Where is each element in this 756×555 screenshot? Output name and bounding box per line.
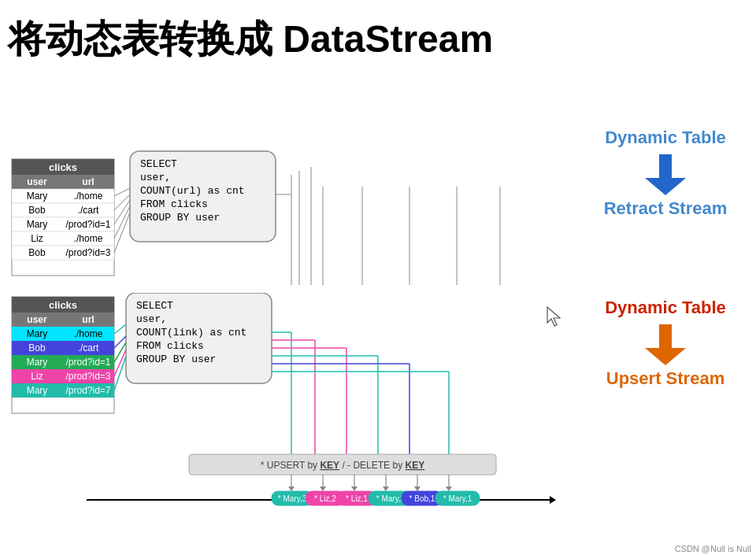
svg-marker-126: [383, 487, 389, 491]
svg-text:Mary: Mary: [27, 357, 48, 368]
svg-text:/prod?id=7: /prod?id=7: [65, 385, 110, 396]
svg-text:user: user: [27, 176, 47, 187]
svg-marker-146: [645, 178, 686, 195]
svg-text:user: user: [27, 314, 47, 325]
watermark: CSDN @Null is Null: [675, 544, 751, 553]
svg-rect-145: [659, 154, 672, 178]
svg-rect-82: [12, 341, 114, 355]
right-panel: Dynamic Table Retract Stream Dynamic Tab…: [583, 72, 748, 521]
svg-rect-147: [659, 324, 672, 348]
svg-text:Mary: Mary: [27, 191, 48, 202]
svg-line-28: [114, 200, 130, 224]
svg-text:GROUP BY user: GROUP BY user: [136, 353, 216, 365]
svg-marker-132: [550, 496, 556, 504]
svg-text:GROUP BY user: GROUP BY user: [140, 212, 220, 224]
top-table: clicks user url Mary ./home Bob ./cart M…: [12, 159, 114, 276]
svg-line-100: [114, 324, 126, 334]
svg-text:* UPSERT by KEY / - DELETE by : * UPSERT by KEY / - DELETE by KEY: [261, 460, 424, 471]
bottom-table: clicks user url Mary ./home Bob ./cart M…: [12, 297, 114, 413]
svg-text:./home: ./home: [74, 328, 103, 339]
svg-marker-128: [414, 487, 421, 491]
svg-text:Bob: Bob: [28, 247, 46, 258]
svg-text:./cart: ./cart: [78, 342, 99, 353]
svg-text:./home: ./home: [74, 233, 103, 244]
svg-marker-148: [645, 348, 686, 365]
svg-text:clicks: clicks: [49, 299, 77, 311]
top-diagram-svg: clicks user url Mary ./home Bob ./cart M…: [8, 72, 575, 285]
svg-text:* Mary,3: * Mary,3: [278, 494, 307, 503]
svg-line-27: [114, 194, 130, 210]
bottom-dynamic-table-label: Dynamic Table: [605, 298, 726, 318]
svg-text:user,: user,: [140, 172, 171, 183]
svg-text:COUNT(link) as cnt: COUNT(link) as cnt: [136, 327, 246, 339]
svg-text:FROM clicks: FROM clicks: [140, 198, 208, 210]
svg-text:./home: ./home: [74, 191, 103, 202]
svg-text:Mary: Mary: [27, 219, 48, 230]
svg-text:* Bob,1: * Bob,1: [410, 494, 435, 503]
top-dynamic-table-label: Dynamic Table: [604, 128, 728, 148]
line1: [114, 188, 130, 196]
top-sql-box: SELECT user, COUNT(url) as cnt FROM clic…: [130, 151, 276, 242]
retract-stream-label: Retract Stream: [604, 198, 728, 219]
svg-text:./cart: ./cart: [78, 205, 99, 216]
svg-text:user,: user,: [136, 313, 167, 325]
svg-text:/prod?id=1: /prod?id=1: [65, 219, 110, 230]
svg-text:url: url: [82, 176, 94, 187]
svg-text:/prod?id=3: /prod?id=3: [65, 371, 110, 382]
bottom-diagram-svg: clicks user url Mary ./home Bob ./cart M…: [8, 293, 575, 513]
svg-text:Mary: Mary: [27, 385, 48, 396]
blue-arrow-icon: [642, 154, 689, 195]
svg-text:FROM clicks: FROM clicks: [136, 340, 204, 352]
svg-marker-122: [320, 487, 326, 491]
svg-text:* Mary,2: * Mary,2: [376, 494, 406, 503]
svg-text:Liz: Liz: [31, 233, 43, 244]
svg-text:* Mary,1: * Mary,1: [443, 494, 472, 503]
svg-text:COUNT(url) as cnt: COUNT(url) as cnt: [140, 185, 245, 197]
svg-text:* Liz,2: * Liz,2: [314, 494, 336, 503]
svg-text:Liz: Liz: [31, 371, 43, 382]
top-diagram: clicks user url Mary ./home Bob ./cart M…: [8, 72, 583, 285]
svg-text:* Liz,1: * Liz,1: [346, 494, 368, 503]
bottom-sql-box: SELECT user, COUNT(link) as cnt FROM cli…: [126, 293, 272, 383]
svg-text:url: url: [82, 314, 94, 325]
svg-rect-9: [12, 203, 114, 217]
orange-arrow-icon: [642, 324, 689, 365]
svg-text:SELECT: SELECT: [140, 158, 177, 170]
bottom-diagram: clicks user url Mary ./home Bob ./cart M…: [8, 293, 583, 513]
svg-marker-130: [446, 487, 452, 491]
svg-marker-120: [288, 487, 295, 491]
svg-text:/prod?id=1: /prod?id=1: [65, 357, 110, 368]
top-table-title: clicks: [49, 161, 77, 173]
svg-marker-124: [351, 487, 358, 491]
svg-text:Bob: Bob: [28, 205, 46, 216]
svg-line-30: [114, 213, 130, 253]
svg-text:/prod?id=3: /prod?id=3: [65, 247, 110, 258]
svg-text:SELECT: SELECT: [136, 300, 173, 312]
upsert-stream-label: Upsert Stream: [605, 368, 726, 389]
page-title: 将动态表转换成 DataStream: [0, 0, 756, 72]
svg-text:Bob: Bob: [28, 342, 46, 353]
svg-text:Mary: Mary: [27, 328, 48, 339]
